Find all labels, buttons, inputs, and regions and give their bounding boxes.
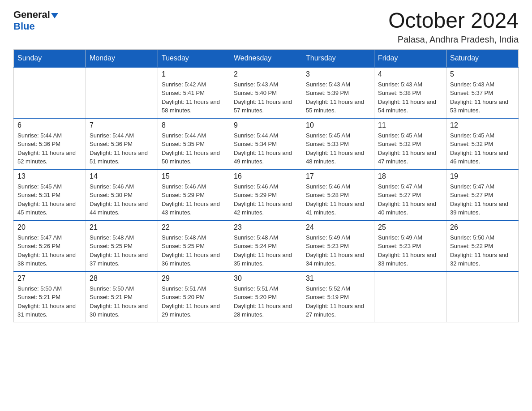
location-title: Palasa, Andhra Pradesh, India [388,34,519,45]
day-number: 19 [450,172,515,180]
day-number: 18 [378,172,442,180]
day-number: 21 [90,223,154,231]
day-number: 20 [17,223,82,231]
day-info: Sunrise: 5:50 AMSunset: 5:21 PMDaylight:… [17,284,82,319]
day-number: 22 [162,223,226,231]
day-number: 1 [162,70,226,78]
calendar-cell: 3Sunrise: 5:43 AMSunset: 5:39 PMDaylight… [302,67,374,118]
header-saturday: Saturday [446,49,519,67]
day-info: Sunrise: 5:44 AMSunset: 5:36 PMDaylight:… [90,131,154,166]
calendar-cell: 25Sunrise: 5:49 AMSunset: 5:23 PMDayligh… [374,220,446,271]
day-number: 28 [90,274,154,283]
day-info: Sunrise: 5:42 AMSunset: 5:41 PMDaylight:… [162,80,226,115]
day-number: 16 [234,172,298,180]
day-info: Sunrise: 5:48 AMSunset: 5:25 PMDaylight:… [90,233,154,268]
header-thursday: Thursday [302,49,374,67]
day-number: 31 [306,274,370,283]
day-number: 26 [450,223,515,231]
calendar-cell: 8Sunrise: 5:44 AMSunset: 5:35 PMDaylight… [158,118,230,169]
header-wednesday: Wednesday [230,49,302,67]
day-info: Sunrise: 5:46 AMSunset: 5:29 PMDaylight:… [162,182,226,217]
calendar-cell [86,67,158,118]
day-number: 23 [234,223,298,231]
day-number: 17 [306,172,370,180]
day-number: 14 [90,172,154,180]
day-info: Sunrise: 5:50 AMSunset: 5:21 PMDaylight:… [90,284,154,319]
calendar-cell [374,271,446,322]
calendar-header: SundayMondayTuesdayWednesdayThursdayFrid… [14,49,519,67]
week-row-1: 1Sunrise: 5:42 AMSunset: 5:41 PMDaylight… [14,67,519,118]
calendar-cell: 5Sunrise: 5:43 AMSunset: 5:37 PMDaylight… [446,67,519,118]
calendar-cell: 11Sunrise: 5:45 AMSunset: 5:32 PMDayligh… [374,118,446,169]
day-number: 7 [90,121,154,129]
day-info: Sunrise: 5:47 AMSunset: 5:26 PMDaylight:… [17,233,82,268]
day-info: Sunrise: 5:51 AMSunset: 5:20 PMDaylight:… [234,284,298,319]
header-friday: Friday [374,49,446,67]
calendar-cell: 26Sunrise: 5:50 AMSunset: 5:22 PMDayligh… [446,220,519,271]
day-number: 10 [306,121,370,129]
day-info: Sunrise: 5:44 AMSunset: 5:35 PMDaylight:… [162,131,226,166]
week-row-5: 27Sunrise: 5:50 AMSunset: 5:21 PMDayligh… [14,271,519,322]
day-number: 24 [306,223,370,231]
day-number: 9 [234,121,298,129]
calendar-cell: 7Sunrise: 5:44 AMSunset: 5:36 PMDaylight… [86,118,158,169]
day-number: 8 [162,121,226,129]
calendar-cell: 4Sunrise: 5:43 AMSunset: 5:38 PMDaylight… [374,67,446,118]
week-row-4: 20Sunrise: 5:47 AMSunset: 5:26 PMDayligh… [14,220,519,271]
day-info: Sunrise: 5:46 AMSunset: 5:29 PMDaylight:… [234,182,298,217]
day-info: Sunrise: 5:45 AMSunset: 5:31 PMDaylight:… [17,182,82,217]
day-info: Sunrise: 5:44 AMSunset: 5:34 PMDaylight:… [234,131,298,166]
calendar-cell: 30Sunrise: 5:51 AMSunset: 5:20 PMDayligh… [230,271,302,322]
day-info: Sunrise: 5:43 AMSunset: 5:37 PMDaylight:… [450,80,515,115]
day-info: Sunrise: 5:44 AMSunset: 5:36 PMDaylight:… [17,131,82,166]
day-info: Sunrise: 5:45 AMSunset: 5:32 PMDaylight:… [450,131,515,166]
calendar-cell: 9Sunrise: 5:44 AMSunset: 5:34 PMDaylight… [230,118,302,169]
logo-blue-text: Blue [13,21,35,32]
days-of-week-row: SundayMondayTuesdayWednesdayThursdayFrid… [14,49,519,67]
calendar-cell: 14Sunrise: 5:46 AMSunset: 5:30 PMDayligh… [86,169,158,220]
week-row-3: 13Sunrise: 5:45 AMSunset: 5:31 PMDayligh… [14,169,519,220]
calendar-cell: 23Sunrise: 5:48 AMSunset: 5:24 PMDayligh… [230,220,302,271]
calendar-cell: 15Sunrise: 5:46 AMSunset: 5:29 PMDayligh… [158,169,230,220]
day-info: Sunrise: 5:45 AMSunset: 5:32 PMDaylight:… [378,131,442,166]
day-number: 29 [162,274,226,283]
header-sunday: Sunday [14,49,86,67]
day-info: Sunrise: 5:45 AMSunset: 5:33 PMDaylight:… [306,131,370,166]
day-info: Sunrise: 5:46 AMSunset: 5:28 PMDaylight:… [306,182,370,217]
day-info: Sunrise: 5:48 AMSunset: 5:24 PMDaylight:… [234,233,298,268]
day-info: Sunrise: 5:51 AMSunset: 5:20 PMDaylight:… [162,284,226,319]
day-info: Sunrise: 5:43 AMSunset: 5:39 PMDaylight:… [306,80,370,115]
day-number: 4 [378,70,442,78]
calendar-cell: 17Sunrise: 5:46 AMSunset: 5:28 PMDayligh… [302,169,374,220]
header-tuesday: Tuesday [158,49,230,67]
day-number: 11 [378,121,442,129]
day-info: Sunrise: 5:43 AMSunset: 5:38 PMDaylight:… [378,80,442,115]
day-number: 13 [17,172,82,180]
day-info: Sunrise: 5:49 AMSunset: 5:23 PMDaylight:… [378,233,442,268]
day-number: 5 [450,70,515,78]
calendar-cell: 24Sunrise: 5:49 AMSunset: 5:23 PMDayligh… [302,220,374,271]
day-info: Sunrise: 5:47 AMSunset: 5:27 PMDaylight:… [378,182,442,217]
page-header: General Blue October 2024 Palasa, Andhra… [13,9,519,45]
calendar-cell [446,271,519,322]
day-number: 2 [234,70,298,78]
calendar-cell: 2Sunrise: 5:43 AMSunset: 5:40 PMDaylight… [230,67,302,118]
calendar-table: SundayMondayTuesdayWednesdayThursdayFrid… [13,49,519,322]
day-info: Sunrise: 5:46 AMSunset: 5:30 PMDaylight:… [90,182,154,217]
month-title: October 2024 [388,9,519,33]
day-number: 30 [234,274,298,283]
week-row-2: 6Sunrise: 5:44 AMSunset: 5:36 PMDaylight… [14,118,519,169]
calendar-cell: 12Sunrise: 5:45 AMSunset: 5:32 PMDayligh… [446,118,519,169]
calendar-cell: 29Sunrise: 5:51 AMSunset: 5:20 PMDayligh… [158,271,230,322]
calendar-cell: 16Sunrise: 5:46 AMSunset: 5:29 PMDayligh… [230,169,302,220]
day-number: 15 [162,172,226,180]
calendar-cell: 18Sunrise: 5:47 AMSunset: 5:27 PMDayligh… [374,169,446,220]
calendar-cell: 22Sunrise: 5:48 AMSunset: 5:25 PMDayligh… [158,220,230,271]
header-monday: Monday [86,49,158,67]
calendar-body: 1Sunrise: 5:42 AMSunset: 5:41 PMDaylight… [14,67,519,322]
calendar-cell: 27Sunrise: 5:50 AMSunset: 5:21 PMDayligh… [14,271,86,322]
logo: General Blue [13,9,58,32]
day-info: Sunrise: 5:43 AMSunset: 5:40 PMDaylight:… [234,80,298,115]
calendar-cell: 31Sunrise: 5:52 AMSunset: 5:19 PMDayligh… [302,271,374,322]
calendar-cell: 1Sunrise: 5:42 AMSunset: 5:41 PMDaylight… [158,67,230,118]
